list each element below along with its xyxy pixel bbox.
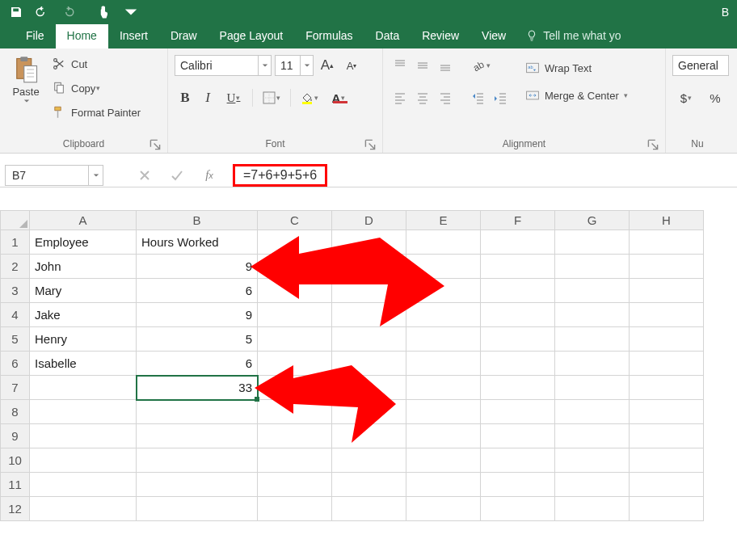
cell-C10[interactable] [258,448,332,473]
cell-A9[interactable] [30,424,137,448]
copy-button[interactable]: Copy ▾ [48,78,144,99]
cell-D7[interactable] [332,376,406,400]
cell-A12[interactable] [30,497,137,521]
cell-E7[interactable] [406,376,481,400]
cell-E4[interactable] [406,303,481,327]
cell-E12[interactable] [406,497,481,521]
cell-A2[interactable]: John [30,255,137,279]
cell-C3[interactable] [258,279,332,303]
cell-D5[interactable] [332,327,406,352]
cell-H1[interactable] [630,230,704,255]
cell-F11[interactable] [481,473,555,497]
cell-G9[interactable] [555,424,630,448]
row-head-2[interactable]: 2 [1,255,30,279]
percent-format-button[interactable]: % [705,87,726,108]
col-head-D[interactable]: D [332,211,406,230]
enter-formula-button[interactable] [168,166,186,184]
decrease-font-size-button[interactable]: A▾ [341,55,362,76]
number-format-combo[interactable]: General [672,55,729,76]
cell-F7[interactable] [481,376,555,400]
cell-F5[interactable] [481,327,555,352]
cell-D3[interactable] [332,279,406,303]
font-name-combo[interactable]: Calibri [175,55,272,76]
col-head-G[interactable]: G [555,211,630,230]
cell-C6[interactable] [258,352,332,376]
cell-G3[interactable] [555,279,630,303]
cell-C8[interactable] [258,400,332,424]
cell-F2[interactable] [481,255,555,279]
cell-E11[interactable] [406,473,481,497]
cell-A11[interactable] [30,473,137,497]
row-head-6[interactable]: 6 [1,352,30,376]
row-head-3[interactable]: 3 [1,279,30,303]
tab-review[interactable]: Review [411,24,470,48]
tellme-search[interactable]: Tell me what yo [517,24,629,48]
undo-button[interactable] [32,2,52,22]
align-middle-button[interactable] [412,55,433,76]
bold-button[interactable]: B [175,87,196,108]
cell-C2[interactable] [258,255,332,279]
row-head-7[interactable]: 7 [1,376,30,400]
cell-F8[interactable] [481,400,555,424]
align-left-button[interactable] [390,87,411,108]
tab-draw[interactable]: Draw [159,24,208,48]
cell-B4[interactable]: 9 [137,303,258,327]
cell-H9[interactable] [630,424,704,448]
touch-mode-button[interactable] [95,2,115,22]
cell-B7[interactable]: 33 [137,376,258,400]
cell-H8[interactable] [630,400,704,424]
cell-G5[interactable] [555,327,630,352]
align-top-button[interactable] [390,55,411,76]
merge-center-button[interactable]: Merge & Center ▾ [522,84,631,107]
cell-B8[interactable] [137,400,258,424]
tab-data[interactable]: Data [364,24,411,48]
align-center-button[interactable] [412,87,433,108]
formula-bar[interactable]: =7+6+9+5+6 [233,164,327,187]
cell-H4[interactable] [630,303,704,327]
wrap-text-button[interactable]: ab Wrap Text [522,57,631,79]
cell-F4[interactable] [481,303,555,327]
italic-button[interactable]: I [197,87,218,108]
fill-color-button[interactable]: ▾ [296,87,323,108]
row-head-10[interactable]: 10 [1,448,30,473]
col-head-F[interactable]: F [481,211,555,230]
cell-D8[interactable] [332,400,406,424]
cell-G6[interactable] [555,352,630,376]
accounting-format-button[interactable]: $▾ [672,87,700,108]
cell-F10[interactable] [481,448,555,473]
cell-F6[interactable] [481,352,555,376]
cell-F1[interactable] [481,230,555,255]
decrease-indent-button[interactable] [467,87,488,108]
cell-E3[interactable] [406,279,481,303]
borders-button[interactable]: ▾ [258,87,285,108]
cell-B6[interactable]: 6 [137,352,258,376]
cell-A3[interactable]: Mary [30,279,137,303]
row-head-12[interactable]: 12 [1,497,30,521]
font-launcher[interactable] [364,139,376,150]
cell-F3[interactable] [481,279,555,303]
cell-E2[interactable] [406,255,481,279]
col-head-B[interactable]: B [137,211,258,230]
tab-file[interactable]: File [15,24,56,48]
cell-D6[interactable] [332,352,406,376]
cancel-formula-button[interactable] [136,166,154,184]
cell-C5[interactable] [258,327,332,352]
row-head-11[interactable]: 11 [1,473,30,497]
cell-C11[interactable] [258,473,332,497]
cell-E1[interactable] [406,230,481,255]
cell-G8[interactable] [555,400,630,424]
cell-D1[interactable] [332,230,406,255]
qat-customize-button[interactable] [121,2,141,22]
cell-H10[interactable] [630,448,704,473]
cell-A5[interactable]: Henry [30,327,137,352]
cell-D12[interactable] [332,497,406,521]
grid-table[interactable]: A B C D E F G H 1 Employee Hours Worked … [0,210,704,521]
cell-H3[interactable] [630,279,704,303]
chevron-down-icon[interactable] [88,166,103,185]
row-head-5[interactable]: 5 [1,327,30,352]
font-color-button[interactable]: A ▾ [325,87,352,108]
clipboard-launcher[interactable] [150,139,161,150]
cell-H5[interactable] [630,327,704,352]
cell-B12[interactable] [137,497,258,521]
cell-B3[interactable]: 6 [137,279,258,303]
